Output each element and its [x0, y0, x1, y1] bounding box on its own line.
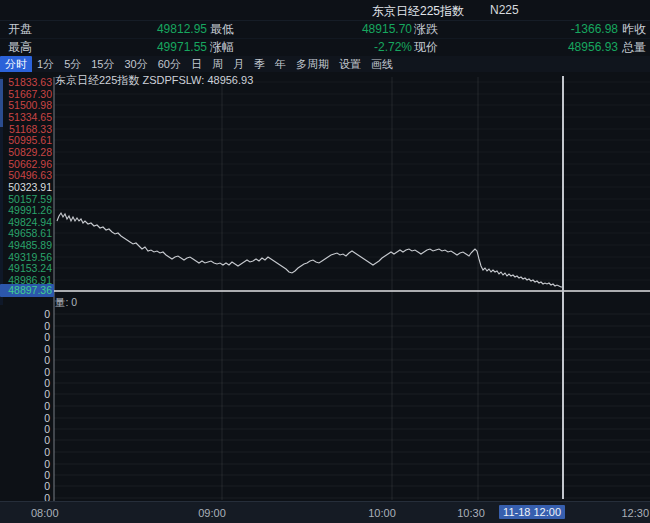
info-cell-high: 最高 49971.55	[8, 38, 207, 56]
time-axis-label: 09:00	[198, 507, 226, 519]
time-axis-label: 10:30	[457, 507, 485, 519]
lastprice-value: 48956.93	[568, 40, 618, 54]
price-axis-label: 49485.89	[0, 239, 52, 251]
price-axis-label: 51334.65	[0, 111, 52, 123]
change-label: 涨跌	[414, 21, 438, 38]
volume-axis-label: 0	[0, 308, 50, 320]
price-axis-label: 51833.63	[0, 76, 52, 88]
info-cell-totalvolume: 总量	[622, 38, 650, 56]
toolbar-tab-10[interactable]: 年	[270, 56, 291, 73]
volume-axis-label: 0	[0, 331, 50, 343]
open-label: 开盘	[8, 21, 32, 38]
toolbar-tab-13[interactable]: 画线	[366, 56, 398, 73]
toolbar-tab-1[interactable]: 1分	[32, 56, 59, 73]
volume-axis-label: 0	[0, 434, 50, 446]
window-title: 东京日经225指数	[372, 3, 464, 20]
chart-svg	[0, 72, 650, 501]
toolbar-tab-12[interactable]: 设置	[334, 56, 366, 73]
toolbar-tab-4[interactable]: 30分	[120, 56, 153, 73]
totalvolume-label: 总量	[622, 39, 646, 56]
toolbar-tab-6[interactable]: 日	[186, 56, 207, 73]
toolbar-tab-11[interactable]: 多周期	[291, 56, 334, 73]
time-axis: 08:0009:0010:0010:3011-18 12:0012:30	[0, 501, 650, 523]
price-axis-label: 50323.91	[0, 181, 52, 193]
info-cell-change: 涨跌 -1366.98	[414, 20, 618, 38]
titlebar: 东京日经225指数 N225	[0, 0, 650, 21]
price-axis-label: 49658.61	[0, 227, 52, 239]
info-row-1: 开盘 49812.95 最低 48915.70 涨跌 -1366.98 昨收	[0, 20, 650, 39]
volume-axis-label: 0	[0, 480, 50, 492]
toolbar-tab-2[interactable]: 5分	[59, 56, 86, 73]
symbol-code: N225	[490, 3, 519, 17]
high-value: 49971.55	[157, 40, 207, 54]
volume-label: 量: 0	[55, 296, 77, 310]
volume-axis-label: 0	[0, 492, 50, 501]
time-axis-label: 08:00	[31, 507, 59, 519]
price-axis-label: 49153.24	[0, 262, 52, 274]
time-axis-label: 10:00	[368, 507, 396, 519]
info-cell-lastprice: 现价 48956.93	[414, 38, 618, 56]
time-axis-label: 11-18 12:00	[499, 505, 565, 519]
volume-axis-label: 0	[0, 388, 50, 400]
toolbar-tabs: 分时1分5分15分30分60分日周月季年多周期设置画线	[0, 56, 650, 73]
change-value: -1366.98	[571, 22, 618, 36]
toolbar-tab-8[interactable]: 月	[228, 56, 249, 73]
info-row-2: 最高 49971.55 涨幅 -2.72% 现价 48956.93 总量	[0, 38, 650, 57]
toolbar-tab-0[interactable]: 分时	[0, 56, 32, 73]
price-axis-label: 50496.63	[0, 169, 52, 181]
prevclose-label: 昨收	[622, 21, 646, 38]
lastprice-label: 现价	[414, 39, 438, 56]
toolbar-tab-3[interactable]: 15分	[86, 56, 119, 73]
low-label: 最低	[210, 21, 234, 38]
chart-canvas[interactable]: 东京日经225指数 ZSDPFSLW: 48956.93 48897.36 量:…	[0, 72, 650, 501]
volume-axis-label: 0	[0, 354, 50, 366]
low-value: 48915.70	[362, 22, 412, 36]
changepct-label: 涨幅	[210, 39, 234, 56]
info-cell-prevclose: 昨收	[622, 20, 650, 38]
volume-axis-label: 0	[0, 446, 50, 458]
price-axis-label: 49991.26	[0, 204, 52, 216]
volume-axis-label: 0	[0, 400, 50, 412]
toolbar-tab-7[interactable]: 周	[207, 56, 228, 73]
current-price-label: 48897.36	[0, 284, 54, 297]
open-value: 49812.95	[157, 22, 207, 36]
time-axis-label: 12:30	[621, 507, 649, 519]
price-axis-label: 50829.28	[0, 146, 52, 158]
price-line-series	[57, 213, 563, 287]
high-label: 最高	[8, 39, 32, 56]
info-cell-open: 开盘 49812.95	[8, 20, 207, 38]
toolbar-tab-5[interactable]: 60分	[153, 56, 186, 73]
price-axis-label: 50995.61	[0, 134, 52, 146]
price-axis-label: 51500.98	[0, 99, 52, 111]
info-cell-low: 最低 48915.70	[210, 20, 412, 38]
chart-overlay-title: 东京日经225指数 ZSDPFSLW: 48956.93	[55, 73, 253, 88]
info-cell-changepct: 涨幅 -2.72%	[210, 38, 412, 56]
changepct-value: -2.72%	[374, 40, 412, 54]
toolbar-tab-9[interactable]: 季	[249, 56, 270, 73]
